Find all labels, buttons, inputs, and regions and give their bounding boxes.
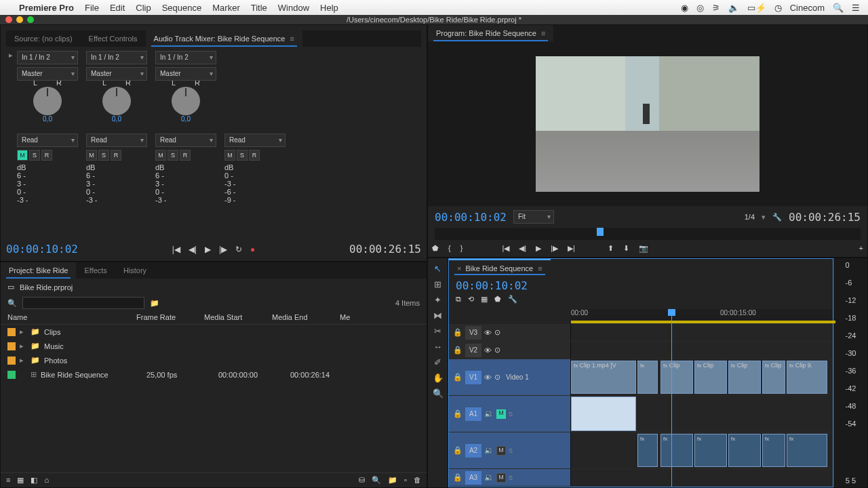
- project-row[interactable]: ▸ 📁 Photos: [1, 353, 427, 367]
- tab-effects[interactable]: Effects: [76, 262, 115, 279]
- expand-icon[interactable]: ▸: [20, 327, 26, 336]
- step-forward-icon[interactable]: |▶: [551, 244, 558, 253]
- menu-marker[interactable]: Marker: [212, 3, 239, 13]
- solo-button[interactable]: S: [509, 474, 513, 481]
- record-button[interactable]: R: [180, 150, 191, 161]
- pan-knob[interactable]: [33, 87, 62, 115]
- input-dropdown[interactable]: In 1 / In 2: [17, 51, 78, 64]
- automate-icon[interactable]: ⛁: [359, 476, 365, 485]
- selection-tool-icon[interactable]: ↖: [434, 264, 441, 274]
- zoom-tool-icon[interactable]: 🔍: [433, 388, 443, 399]
- new-item-icon[interactable]: ▫: [404, 476, 407, 485]
- program-timecode-left[interactable]: 00:00:10:02: [435, 211, 507, 224]
- track-select-tool-icon[interactable]: ⊞: [434, 279, 441, 289]
- menu-clip[interactable]: Clip: [136, 3, 151, 13]
- record-icon[interactable]: ●: [250, 245, 255, 254]
- battery-icon[interactable]: ▭⚡: [747, 3, 766, 13]
- track-header[interactable]: 🔒 V1 👁 ⊙ Video 1: [449, 359, 571, 395]
- lock-icon[interactable]: 🔒: [453, 328, 462, 337]
- export-frame-icon[interactable]: 📷: [639, 244, 648, 253]
- menu-icon[interactable]: ☰: [852, 3, 860, 13]
- video-clip[interactable]: fx Clip: [694, 361, 727, 394]
- marker-icon[interactable]: ⬟: [432, 244, 439, 253]
- toggle-output-icon[interactable]: 👁: [484, 373, 492, 382]
- traffic-lights[interactable]: [5, 16, 34, 23]
- solo-button[interactable]: S: [509, 411, 513, 418]
- sync-lock-icon[interactable]: ⊙: [494, 373, 500, 382]
- tab-program[interactable]: Program: Bike Ride Sequence ≡: [428, 25, 553, 41]
- sort-icon[interactable]: ⌂: [44, 476, 49, 485]
- program-scrubber[interactable]: [435, 228, 861, 240]
- search-input[interactable]: [22, 297, 144, 309]
- minimize-button[interactable]: [16, 16, 23, 23]
- menu-sequence[interactable]: Sequence: [162, 3, 202, 13]
- button-editor-icon[interactable]: +: [859, 244, 863, 253]
- new-bin-icon[interactable]: 📁: [388, 476, 397, 485]
- automation-dropdown[interactable]: Read: [224, 134, 285, 147]
- solo-button[interactable]: S: [98, 150, 109, 161]
- clock-icon[interactable]: ◷: [774, 3, 782, 13]
- ripple-edit-tool-icon[interactable]: ✦: [434, 295, 441, 305]
- linked-selection-icon[interactable]: ⟲: [468, 295, 474, 304]
- resolution-label[interactable]: 1/4: [745, 213, 755, 221]
- video-clip[interactable]: fx Clip 1.mp4 [V: [571, 361, 636, 394]
- mute-button[interactable]: M: [86, 150, 97, 161]
- zoom-button[interactable]: [27, 16, 34, 23]
- solo-button[interactable]: S: [509, 447, 513, 454]
- toggle-output-icon[interactable]: 🔉: [484, 473, 494, 482]
- expand-icon[interactable]: ▸: [20, 356, 26, 365]
- toggle-output-icon[interactable]: 👁: [484, 329, 492, 337]
- mute-button[interactable]: M: [496, 446, 506, 455]
- lift-icon[interactable]: ⬆: [608, 244, 614, 253]
- track-label[interactable]: V3: [465, 326, 481, 340]
- freeform-view-icon[interactable]: ◧: [31, 476, 37, 485]
- project-row[interactable]: ⊞ Bike Ride Sequence 25,00 fps 00:00:00:…: [1, 367, 427, 382]
- automation-dropdown[interactable]: Read: [86, 134, 147, 147]
- sync-lock-icon[interactable]: ⊙: [494, 328, 500, 337]
- project-columns[interactable]: Name Frame Rate Media Start Media End Me: [1, 310, 427, 325]
- timeline-playhead[interactable]: [671, 309, 672, 487]
- track-header[interactable]: 🔒 A1 🔉 MS: [449, 396, 571, 432]
- track-header[interactable]: 🔒 V2 👁 ⊙: [449, 342, 571, 359]
- menu-window[interactable]: Window: [278, 3, 309, 13]
- close-tab-icon[interactable]: ×: [457, 264, 461, 272]
- delete-icon[interactable]: 🗑: [414, 476, 421, 485]
- add-marker-icon[interactable]: ⬟: [494, 295, 501, 304]
- track-content[interactable]: fxfxfxfxfxfx: [571, 432, 833, 468]
- audio-clip[interactable]: fx: [728, 434, 761, 467]
- expand-icon[interactable]: ▸: [9, 51, 17, 204]
- tab-source[interactable]: Source: (no clips): [6, 30, 81, 47]
- play-icon[interactable]: ▶: [205, 245, 211, 254]
- go-to-in-icon[interactable]: |◀: [502, 244, 509, 253]
- menu-help[interactable]: Help: [320, 3, 338, 13]
- lock-icon[interactable]: 🔒: [453, 473, 462, 482]
- track-content[interactable]: [571, 396, 833, 432]
- automation-dropdown[interactable]: Read: [155, 134, 216, 147]
- timeline-timecode[interactable]: 00:00:10:02: [456, 279, 528, 292]
- output-dropdown[interactable]: Master: [86, 67, 147, 81]
- play-icon[interactable]: ▶: [536, 244, 541, 253]
- tab-sequence[interactable]: ×Bike Ride Sequence ≡: [449, 259, 551, 275]
- solo-button[interactable]: S: [167, 150, 178, 161]
- track-content[interactable]: [571, 469, 833, 486]
- marker-settings-icon[interactable]: ▦: [481, 295, 488, 304]
- track-label[interactable]: A3: [465, 471, 481, 485]
- snap-icon[interactable]: ⧉: [456, 295, 461, 304]
- menu-file[interactable]: File: [85, 3, 99, 13]
- hand-tool-icon[interactable]: ✋: [433, 373, 443, 383]
- search-icon[interactable]: 🔍: [7, 299, 17, 308]
- solo-button[interactable]: S: [29, 150, 40, 161]
- lock-icon[interactable]: 🔒: [453, 346, 462, 354]
- panel-menu-icon[interactable]: ≡: [290, 35, 294, 43]
- record-button[interactable]: R: [249, 150, 260, 161]
- menu-edit[interactable]: Edit: [110, 3, 125, 13]
- menu-title[interactable]: Title: [251, 3, 267, 13]
- mute-button[interactable]: M: [496, 473, 506, 483]
- step-forward-icon[interactable]: |▶: [219, 245, 227, 254]
- panel-menu-icon[interactable]: ≡: [541, 29, 545, 37]
- find-icon[interactable]: 🔍: [372, 476, 381, 485]
- pan-knob[interactable]: [172, 87, 200, 115]
- track-header[interactable]: 🔒 A2 🔉 MS: [449, 432, 571, 468]
- track-label[interactable]: V2: [465, 344, 481, 357]
- record-icon[interactable]: ◉: [681, 3, 688, 13]
